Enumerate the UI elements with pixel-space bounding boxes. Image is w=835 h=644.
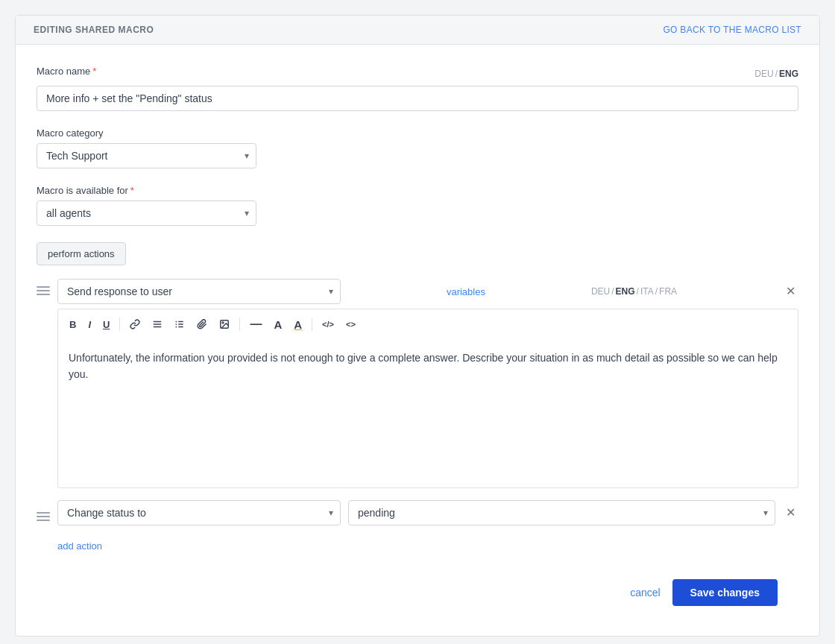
drag-line-5 <box>37 516 50 517</box>
macro-available-select[interactable]: all agents specific agents <box>37 201 256 226</box>
macro-name-row: Macro name * DEU / ENG <box>37 66 798 81</box>
drag-line-3 <box>37 294 50 295</box>
top-bar: EDITING SHARED MACRO GO BACK TO THE MACR… <box>16 16 819 45</box>
perform-actions-button[interactable]: perform actions <box>37 242 126 265</box>
back-to-macro-list-link[interactable]: GO BACK TO THE MACRO LIST <box>663 25 801 35</box>
lang-ita[interactable]: ITA <box>640 286 654 297</box>
macro-name-group: Macro name * DEU / ENG <box>37 66 798 111</box>
lang-switcher-response: DEU / ENG / ITA / FRA <box>591 286 677 297</box>
save-changes-button[interactable]: Save changes <box>672 579 778 606</box>
macro-category-select[interactable]: Tech Support Sales Billing <box>37 143 256 168</box>
page-container: EDITING SHARED MACRO GO BACK TO THE MACR… <box>15 15 820 637</box>
code-inline-button[interactable]: </> <box>318 318 338 331</box>
send-response-select-wrapper: Send response to user ▾ <box>57 279 341 304</box>
add-action-container: add action <box>37 534 798 552</box>
svg-point-7 <box>176 323 177 325</box>
code-block-button[interactable]: <> <box>342 318 359 331</box>
font-color-button[interactable]: A <box>290 316 306 333</box>
macro-name-input[interactable] <box>37 86 798 111</box>
status-value-select[interactable]: pending open solved on-hold <box>348 500 775 525</box>
required-star-2: * <box>130 185 134 196</box>
macro-category-select-wrapper: Tech Support Sales Billing ▾ <box>37 143 256 168</box>
svg-point-10 <box>222 322 224 323</box>
macro-category-group: Macro category Tech Support Sales Billin… <box>37 127 798 168</box>
macro-category-label: Macro category <box>37 127 798 139</box>
toolbar-divider-2 <box>239 318 240 331</box>
editor-toolbar: B I U <box>57 309 798 339</box>
underline-button[interactable]: U <box>99 317 113 332</box>
svg-point-8 <box>176 326 177 328</box>
drag-line-6 <box>37 520 50 521</box>
change-status-select[interactable]: Change status to <box>57 500 341 525</box>
send-response-action-row: Send response to user ▾ variables DEU / … <box>37 279 798 488</box>
response-editor[interactable]: Unfortunately, the information you provi… <box>57 339 798 488</box>
required-star: * <box>92 66 96 77</box>
macro-available-label: Macro is available for * <box>37 185 798 196</box>
hr-button[interactable]: — <box>246 315 265 333</box>
change-status-action-row: Change status to ▾ pending open solved o… <box>37 500 798 525</box>
action-meta-row-1: Send response to user ▾ variables DEU / … <box>57 279 798 304</box>
attachment-button[interactable] <box>193 317 211 332</box>
editor-content: Unfortunately, the information you provi… <box>69 352 778 380</box>
top-bar-title: EDITING SHARED MACRO <box>34 25 154 35</box>
status-value-wrapper: pending open solved on-hold ▾ <box>348 500 775 525</box>
lang-deu[interactable]: DEU <box>754 69 773 79</box>
lang-fra[interactable]: FRA <box>659 286 677 297</box>
cancel-button[interactable]: cancel <box>630 587 660 599</box>
toolbar-divider-1 <box>119 318 120 331</box>
drag-line-1 <box>37 286 50 288</box>
drag-handle-2[interactable] <box>37 505 50 521</box>
drag-line-4 <box>37 512 50 514</box>
align-button[interactable] <box>148 317 166 332</box>
drag-handle-1[interactable] <box>37 279 50 295</box>
list-button[interactable] <box>171 317 189 332</box>
lang-eng-2[interactable]: ENG <box>616 286 635 297</box>
toolbar-divider-3 <box>312 318 312 331</box>
italic-button[interactable]: I <box>84 317 95 332</box>
lang-eng[interactable]: ENG <box>779 69 798 79</box>
macro-name-label: Macro name * <box>37 66 96 77</box>
svg-point-6 <box>176 321 177 323</box>
lang-sep1: / <box>775 69 778 79</box>
bold-button[interactable]: B <box>66 317 80 332</box>
send-response-select[interactable]: Send response to user <box>57 279 341 304</box>
close-status-action-button[interactable]: ✕ <box>783 505 798 520</box>
link-button[interactable] <box>126 317 144 332</box>
add-action-link[interactable]: add action <box>57 540 102 552</box>
footer-bar: cancel Save changes <box>37 564 798 621</box>
macro-available-select-wrapper: all agents specific agents ▾ <box>37 201 256 226</box>
lang-deu-2[interactable]: DEU <box>591 286 610 297</box>
change-status-select-wrapper: Change status to ▾ <box>57 500 341 525</box>
lang-switcher-name: DEU / ENG <box>754 69 798 79</box>
close-response-action-button[interactable]: ✕ <box>783 284 798 299</box>
send-response-block: Send response to user ▾ variables DEU / … <box>57 279 798 488</box>
font-size-button[interactable]: A <box>270 316 286 333</box>
macro-available-group: Macro is available for * all agents spec… <box>37 185 798 226</box>
image-button[interactable] <box>215 317 233 332</box>
variables-link[interactable]: variables <box>447 286 485 297</box>
main-content: Macro name * DEU / ENG Macro category Te… <box>16 45 819 636</box>
drag-line-2 <box>37 290 50 291</box>
